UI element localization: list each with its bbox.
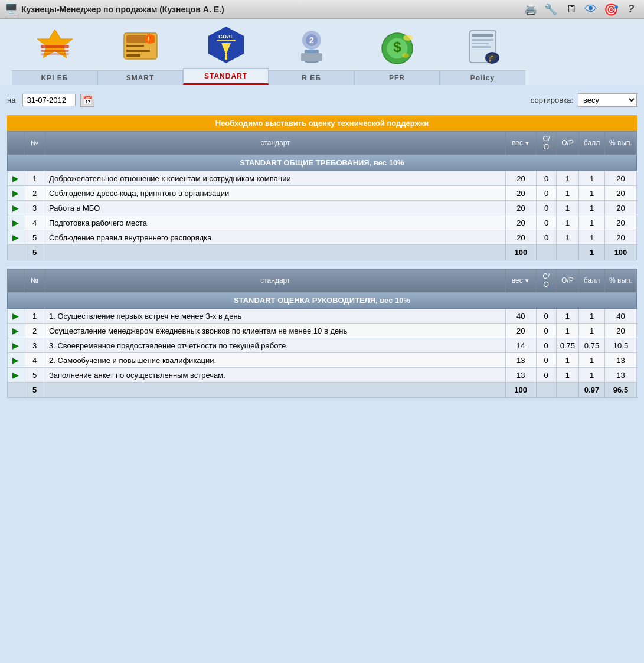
reb-icon: 2: [288, 25, 335, 68]
tab-reb[interactable]: 2 R ЕБ: [269, 25, 354, 85]
tab-standart-label[interactable]: STANDART: [183, 68, 269, 85]
row-arrow[interactable]: ▶: [8, 230, 24, 245]
calendar-button[interactable]: 📅: [80, 94, 94, 107]
row-arrow[interactable]: ▶: [8, 338, 24, 353]
printer-icon[interactable]: 🖨️: [522, 1, 539, 18]
row-vyp: 10.5: [605, 338, 637, 353]
row-arrow[interactable]: ▶: [8, 186, 24, 201]
row-ves: 20: [506, 230, 537, 245]
row-ves: 20: [506, 171, 537, 186]
tab-policy[interactable]: 🎓 Policy: [440, 25, 525, 85]
main-content: на 📅 сортировка: весу номеру названию Не…: [0, 85, 644, 412]
row-standart: 1. Осуществление первых встреч не менее …: [45, 309, 506, 324]
row-co: 0: [536, 309, 556, 324]
row-ves: 14: [505, 338, 536, 353]
row-co: 0: [536, 368, 556, 383]
tab-reb-label[interactable]: R ЕБ: [269, 70, 354, 85]
row-num: 2: [24, 186, 45, 201]
total-vyp-1: 100: [605, 245, 637, 260]
sort-section: сортировка: весу номеру названию: [531, 93, 637, 107]
tab-smart-label[interactable]: SMART: [97, 70, 183, 85]
row-arrow[interactable]: ▶: [8, 201, 24, 215]
row-arrow[interactable]: ▶: [8, 353, 24, 368]
th-num-1: №: [24, 132, 45, 155]
svg-text:🎓: 🎓: [487, 53, 498, 63]
wrench-icon[interactable]: 🔧: [542, 1, 559, 18]
svg-rect-8: [126, 45, 144, 47]
section-header-2: STANDART ОЦЕНКА РУКОВОДИТЕЛЯ, вес 10%: [8, 292, 637, 309]
info-bar: Необходимо выставить оценку технической …: [7, 115, 637, 131]
ves-sort-icon-1: ▼: [524, 140, 530, 146]
title-bar: 🖥️ Кузнецы-Менеджер по продажам (Кузнецо…: [0, 0, 644, 19]
row-arrow[interactable]: ▶: [8, 171, 24, 186]
row-arrow[interactable]: ▶: [8, 324, 24, 338]
row-standart: Подготовка рабочего места: [45, 215, 506, 230]
row-co: 0: [536, 338, 556, 353]
row-ves: 13: [505, 353, 536, 368]
policy-icon: 🎓: [459, 25, 506, 68]
th-arrow-1: [8, 132, 24, 155]
row-co: 0: [537, 171, 557, 186]
app-icon: 🖥️: [5, 3, 18, 16]
total-ves-2: 100: [505, 383, 536, 398]
row-ves: 40: [505, 309, 536, 324]
standart-icon: GOAL: [202, 24, 250, 66]
row-standart: 3. Своевременное предоставление отчетнос…: [45, 338, 506, 353]
row-arrow[interactable]: ▶: [8, 368, 24, 383]
row-vyp: 20: [605, 230, 637, 245]
target-icon[interactable]: 🎯: [603, 1, 619, 18]
th-ball-1: балл: [579, 132, 605, 155]
table-row: ▶ 5 Заполнение анкет по осуществленным в…: [8, 368, 637, 383]
svg-rect-3: [41, 53, 69, 55]
row-standart: Заполнение анкет по осуществленным встре…: [45, 368, 506, 383]
svg-text:2: 2: [309, 35, 314, 45]
row-num: 5: [24, 368, 45, 383]
svg-rect-9: [126, 50, 150, 52]
monitor-icon[interactable]: 🖥: [563, 1, 579, 18]
row-co: 0: [536, 324, 556, 338]
date-section: на 📅: [7, 94, 94, 107]
th-ves-1[interactable]: вес ▼: [506, 132, 537, 155]
row-arrow[interactable]: ▶: [8, 215, 24, 230]
svg-rect-29: [472, 43, 489, 44]
tab-kpi[interactable]: KPI ЕБ: [12, 25, 97, 85]
row-ball: 1: [579, 324, 605, 338]
row-num: 3: [24, 201, 45, 215]
nav-icons-bar: KPI ЕБ ! SMART GOAL: [0, 19, 644, 85]
row-op: 1: [556, 324, 578, 338]
th-ves-2[interactable]: вес ▼: [505, 269, 536, 292]
tab-standart[interactable]: GOAL STANDART: [183, 24, 269, 85]
svg-text:!: !: [148, 36, 149, 43]
svg-point-6: [145, 34, 155, 44]
smart-icon: !: [117, 25, 164, 68]
row-ball: 1: [579, 186, 605, 201]
table-row: ▶ 1 1. Осуществление первых встреч не ме…: [8, 309, 637, 324]
row-arrow[interactable]: ▶: [8, 309, 24, 324]
title-bar-actions: 🖨️ 🔧 🖥 👁 🎯 ?: [522, 1, 639, 18]
row-vyp: 20: [605, 201, 637, 215]
row-vyp: 13: [605, 368, 637, 383]
total-num-1: 5: [24, 245, 45, 260]
tab-pfr-label[interactable]: PFR: [354, 70, 440, 85]
total-ball-1: 1: [579, 245, 605, 260]
th-ball-2: балл: [579, 269, 605, 292]
row-op: 1: [557, 171, 579, 186]
th-co-1: С/О: [537, 132, 557, 155]
tab-policy-label[interactable]: Policy: [440, 70, 525, 85]
question-icon[interactable]: ?: [623, 1, 639, 18]
th-vyp-2: % вып.: [605, 269, 637, 292]
sort-select[interactable]: весу номеру названию: [578, 93, 637, 107]
th-standart-1: стандарт: [45, 132, 506, 155]
row-op: 1: [557, 186, 579, 201]
eye-icon[interactable]: 👁: [583, 1, 599, 18]
table-row: ▶ 3 Работа в МБО 20 0 1 1 20: [8, 201, 637, 215]
row-ball: 0.75: [579, 338, 605, 353]
kpi-icon: [31, 25, 79, 68]
tab-kpi-label[interactable]: KPI ЕБ: [12, 70, 97, 85]
row-standart: Работа в МБО: [45, 201, 506, 215]
tab-smart[interactable]: ! SMART: [97, 25, 183, 85]
date-input[interactable]: [22, 94, 76, 106]
table-2: № стандарт вес ▼ С/О О: [7, 269, 637, 398]
tab-pfr[interactable]: $ PFR: [354, 25, 440, 85]
table-row: ▶ 3 3. Своевременное предоставление отче…: [8, 338, 637, 353]
